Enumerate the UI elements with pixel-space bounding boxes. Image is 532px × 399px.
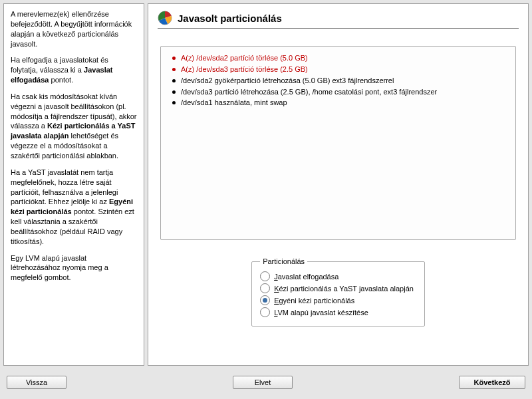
- proposal-item: A(z) /dev/sda3 partíció törlése (2.5 GB): [170, 65, 506, 76]
- divider: [158, 28, 519, 29]
- option-label: VM alapú javaslat készítése: [277, 309, 368, 317]
- abort-button[interactable]: Elvet: [233, 376, 293, 389]
- proposal-item: /dev/sda1 használata, mint swap: [170, 98, 506, 109]
- next-button[interactable]: Következő: [459, 376, 525, 389]
- radio-icon: [260, 271, 270, 281]
- help-panel: A merevlemez(ek) ellenőrzése befejeződöt…: [3, 3, 144, 366]
- help-text: pontot.: [49, 76, 73, 84]
- proposal-item: /dev/sda2 gyökérpartíció létrehozása (5.…: [170, 76, 506, 87]
- radio-icon: [260, 295, 270, 305]
- group-legend: Particionálás: [260, 257, 307, 265]
- main-panel: Javasolt particionálás A(z) /dev/sda2 pa…: [148, 3, 529, 366]
- option-base[interactable]: Kézi particionálás a YaST javaslata alap…: [260, 283, 414, 293]
- proposal-item: A(z) /dev/sda2 partíció törlése (5.0 GB): [170, 53, 506, 65]
- help-text: Ha a YaST javaslatát nem tartja megfelel…: [11, 168, 118, 206]
- proposal-item: /dev/sda3 partíció létrehozása (2.5 GB),…: [170, 87, 506, 98]
- option-custom[interactable]: Egyéni kézi particionálás: [260, 295, 414, 305]
- footer: Vissza Elvet Következő: [0, 369, 532, 396]
- option-label: ézi particionálás a YaST javaslata alapj…: [279, 285, 413, 293]
- partition-icon: [158, 11, 172, 25]
- help-text: Egy LVM alapú javaslat létrehozásához ny…: [11, 254, 108, 282]
- option-accept[interactable]: Javaslat elfogadása: [260, 271, 414, 281]
- back-button[interactable]: Vissza: [7, 376, 66, 389]
- option-label: avaslat elfogadása: [278, 273, 339, 281]
- option-label: gyéni kézi particionálás: [279, 297, 354, 305]
- page-title: Javasolt particionálás: [178, 13, 282, 24]
- option-lvm[interactable]: LVM alapú javaslat készítése: [260, 307, 414, 317]
- help-text: A merevlemez(ek) ellenőrzése befejeződöt…: [11, 10, 132, 48]
- partitioning-group: Particionálás Javaslat elfogadása Kézi p…: [251, 257, 425, 327]
- radio-icon: [260, 283, 270, 293]
- radio-icon: [260, 307, 270, 317]
- proposal-panel: A(z) /dev/sda2 partíció törlése (5.0 GB)…: [160, 46, 516, 240]
